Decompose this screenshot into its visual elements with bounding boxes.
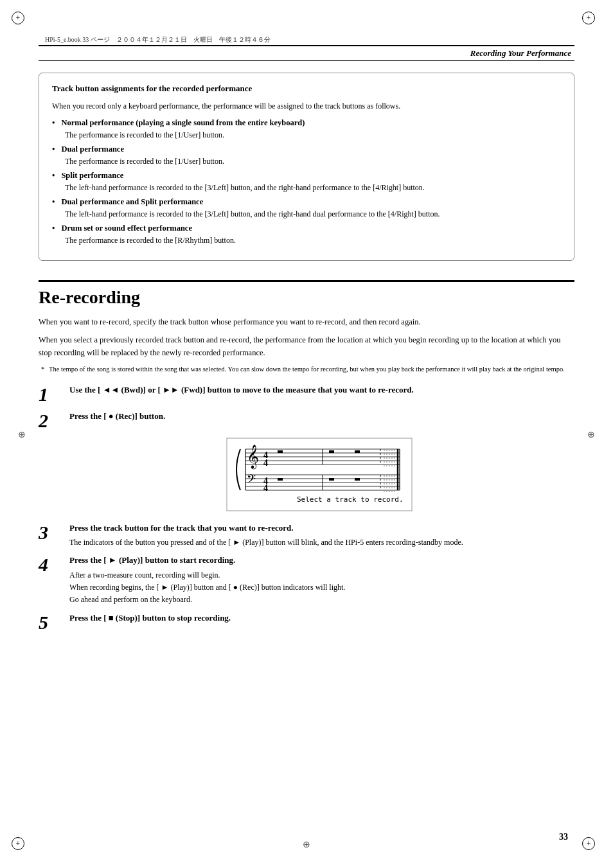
bullet-desc-1: The performance is recorded to the [1/Us… xyxy=(65,129,561,141)
corner-circle-bl xyxy=(12,837,24,850)
re-recording-para1: When you want to re-record, specify the … xyxy=(39,315,574,328)
bullet-item-1: • Normal performance (playing a single s… xyxy=(52,118,561,141)
info-box-intro: When you record only a keyboard performa… xyxy=(52,100,561,112)
corner-mark-tr xyxy=(582,12,601,31)
corner-circle-tl xyxy=(12,12,24,24)
bullet-desc-2: The performance is recorded to the [1/Us… xyxy=(65,155,561,167)
step-content-5: Press the [ ■ (Stop)] button to stop rec… xyxy=(69,612,574,627)
bullet-title-3: • Split performance xyxy=(52,171,561,181)
svg-rect-26 xyxy=(355,450,360,453)
side-mark-left: ⊕ xyxy=(18,429,26,439)
info-box: Track button assignments for the recorde… xyxy=(39,73,574,261)
step-title-2: Press the [ ● (Rec)] button. xyxy=(69,410,574,423)
step-title-1: Use the [ ◄◄ (Bwd)] or [ ►► (Fwd)] butto… xyxy=(69,384,574,396)
re-recording-footnote: The tempo of the song is stored within t… xyxy=(39,364,574,375)
step-title-5: Press the [ ■ (Stop)] button to stop rec… xyxy=(69,612,574,624)
page-meta: HPi-5_e.book 33 ページ ２００４年１２月２１日 火曜日 午後１２… xyxy=(45,35,271,44)
step-title-3: Press the track button for the track tha… xyxy=(69,522,574,535)
bullet-desc-5: The performance is recorded to the [R/Rh… xyxy=(65,235,561,246)
section-title: Recording Your Performance xyxy=(470,48,574,58)
svg-text:4: 4 xyxy=(263,458,268,468)
svg-rect-29 xyxy=(355,478,360,481)
svg-rect-24 xyxy=(278,450,283,453)
page-container: ⊕ ⊕ ⊕ HPi-5_e.book 33 ページ ２００４年１２月２１日 火曜… xyxy=(0,0,613,868)
step-content-4: Press the [ ► (Play)] button to start re… xyxy=(69,554,574,606)
step-1: 1 Use the [ ◄◄ (Bwd)] or [ ►► (Fwd)] but… xyxy=(39,384,574,405)
bullet-title-1: • Normal performance (playing a single s… xyxy=(52,118,561,128)
bullet-title-4: • Dual performance and Split performance xyxy=(52,197,561,207)
step-3: 3 Press the track button for the track t… xyxy=(39,522,574,549)
step-desc-3: The indicators of the button you pressed… xyxy=(69,536,574,549)
re-recording-para2: When you select a previously recorded tr… xyxy=(39,333,574,359)
svg-text:𝄞: 𝄞 xyxy=(247,445,259,470)
bullet-dot-3: • xyxy=(52,171,55,181)
bullet-dot-4: • xyxy=(52,197,55,207)
bullet-title-5: • Drum set or sound effect performance xyxy=(52,224,561,233)
re-recording-heading: Re-recording xyxy=(39,287,574,308)
corner-circle-tr xyxy=(582,12,595,24)
step-2: 2 Press the [ ● (Rec)] button. xyxy=(39,410,574,431)
side-mark-right: ⊕ xyxy=(587,429,595,439)
center-mark-bottom: ⊕ xyxy=(303,839,310,850)
step-5: 5 Press the [ ■ (Stop)] button to stop r… xyxy=(39,612,574,633)
step-title-4: Press the [ ► (Play)] button to start re… xyxy=(69,554,574,567)
step-number-1: 1 xyxy=(39,384,64,405)
svg-text:𝄢: 𝄢 xyxy=(247,472,256,488)
bullet-item-4: • Dual performance and Split performance… xyxy=(52,197,561,220)
step-content-3: Press the track button for the track tha… xyxy=(69,522,574,549)
step-number-4: 4 xyxy=(39,554,64,575)
bullet-item-3: • Split performance The left-hand perfor… xyxy=(52,171,561,193)
page-number: 33 xyxy=(559,832,568,842)
svg-text:4: 4 xyxy=(263,483,268,493)
bullet-dot-2: • xyxy=(52,145,55,154)
info-box-title: Track button assignments for the recorde… xyxy=(52,84,561,94)
bullet-title-2: • Dual performance xyxy=(52,145,561,154)
bullet-desc-3: The left-hand performance is recorded to… xyxy=(65,182,561,193)
re-recording-section: Re-recording xyxy=(39,280,574,308)
score-svg: 𝄞 𝄢 4 4 4 4 xyxy=(226,438,413,511)
step-content-1: Use the [ ◄◄ (Bwd)] or [ ►► (Fwd)] butto… xyxy=(69,384,574,399)
score-image-container: 𝄞 𝄢 4 4 4 4 xyxy=(64,438,574,511)
bullet-dot-1: • xyxy=(52,118,55,128)
header-bar: Recording Your Performance xyxy=(39,45,574,61)
step-number-3: 3 xyxy=(39,522,64,543)
bullet-item-2: • Dual performance The performance is re… xyxy=(52,145,561,167)
cross-icon-bottom: ⊕ xyxy=(303,840,310,849)
bullet-desc-4: The left-hand performance is recorded to… xyxy=(65,208,561,220)
corner-mark-tl xyxy=(12,12,31,31)
svg-rect-28 xyxy=(329,478,334,481)
step-4: 4 Press the [ ► (Play)] button to start … xyxy=(39,554,574,606)
corner-mark-bl xyxy=(12,837,31,856)
corner-circle-br xyxy=(582,837,595,850)
step-desc-4: After a two-measure count, recording wil… xyxy=(69,569,574,607)
step-number-2: 2 xyxy=(39,410,64,431)
step-content-2: Press the [ ● (Rec)] button. xyxy=(69,410,574,425)
cross-icon-left: ⊕ xyxy=(18,429,26,439)
bullet-item-5: • Drum set or sound effect performance T… xyxy=(52,224,561,246)
svg-rect-25 xyxy=(329,450,334,453)
svg-text:Select a track to record.: Select a track to record. xyxy=(297,495,404,504)
corner-mark-br xyxy=(582,837,601,856)
cross-icon-right: ⊕ xyxy=(587,429,595,439)
svg-rect-27 xyxy=(278,478,283,481)
step-number-5: 5 xyxy=(39,612,64,633)
bullet-dot-5: • xyxy=(52,224,55,233)
